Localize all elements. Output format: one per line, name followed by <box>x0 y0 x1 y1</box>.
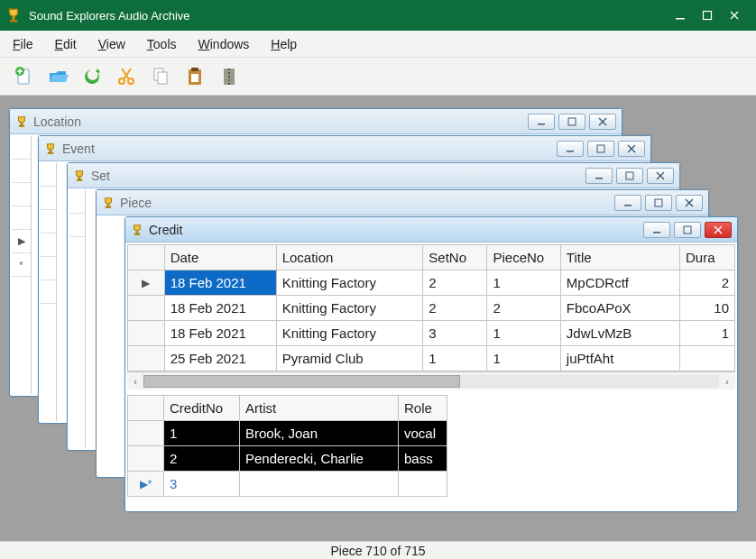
cell-artist[interactable] <box>240 472 399 497</box>
cell-date[interactable]: 25 Feb 2021 <box>164 346 276 371</box>
cell-setno[interactable]: 2 <box>423 296 487 321</box>
col-role[interactable]: Role <box>399 396 447 421</box>
scroll-right-icon[interactable]: › <box>719 373 735 389</box>
table-row[interactable]: 18 Feb 2021 Knitting Factory 3 1 JdwLvMz… <box>128 321 735 346</box>
scroll-left-icon[interactable]: ‹ <box>127 373 143 389</box>
mdi-window-credit[interactable]: Credit Date Location SetNo PieceNo <box>124 216 738 512</box>
col-artist[interactable]: Artist <box>240 396 399 421</box>
mdi-maximize-button[interactable] <box>616 168 643 184</box>
mdi-minimize-button[interactable] <box>643 222 670 238</box>
table-row[interactable]: 25 Feb 2021 Pyramid Club 1 1 juPtfAht <box>128 346 735 371</box>
mdi-close-button[interactable] <box>705 222 732 238</box>
trophy-icon <box>102 197 115 209</box>
cell-title[interactable]: FbcoAPoX <box>560 296 679 321</box>
mdi-minimize-button[interactable] <box>614 195 641 211</box>
pieces-grid[interactable]: Date Location SetNo PieceNo Title Dura ▶… <box>127 244 735 371</box>
mdi-maximize-button[interactable] <box>645 195 672 211</box>
cell-pieceno[interactable]: 1 <box>487 346 560 371</box>
cell-date[interactable]: 18 Feb 2021 <box>164 296 276 321</box>
cell-artist[interactable]: Penderecki, Charlie <box>240 446 399 472</box>
svg-rect-15 <box>597 145 604 152</box>
cell-role[interactable] <box>399 472 447 497</box>
mdi-title-event: Event <box>62 142 551 156</box>
cell-artist[interactable]: Brook, Joan <box>240 421 399 446</box>
col-title[interactable]: Title <box>560 245 679 270</box>
menu-tools[interactable]: Tools <box>147 37 177 51</box>
svg-rect-19 <box>655 199 662 206</box>
mdi-maximize-button[interactable] <box>558 114 585 130</box>
svg-rect-9 <box>191 68 198 71</box>
zip-icon[interactable] <box>217 64 242 89</box>
cell-setno[interactable]: 3 <box>423 321 487 346</box>
table-row[interactable]: 2 Penderecki, Charlie bass <box>128 446 447 472</box>
cell-location[interactable]: Knitting Factory <box>276 321 423 346</box>
mdi-minimize-button[interactable] <box>585 168 613 184</box>
mdi-maximize-button[interactable] <box>674 222 701 238</box>
menu-view[interactable]: View <box>98 37 125 51</box>
window-maximize-button[interactable] <box>702 10 713 21</box>
table-row[interactable]: 1 Brook, Joan vocal <box>128 421 447 446</box>
cell-creditno[interactable]: 1 <box>164 421 240 446</box>
cell-location[interactable]: Pyramid Club <box>276 346 423 371</box>
cell-duration[interactable]: 2 <box>679 270 734 296</box>
cell-date[interactable]: 18 Feb 2021 <box>164 321 276 346</box>
mdi-minimize-button[interactable] <box>557 141 584 157</box>
col-location[interactable]: Location <box>276 245 423 270</box>
svg-rect-13 <box>568 118 576 125</box>
trophy-icon <box>44 142 57 155</box>
table-row[interactable]: ▶ 18 Feb 2021 Knitting Factory 2 1 MpCDR… <box>128 270 735 296</box>
svg-rect-14 <box>567 151 574 152</box>
new-icon[interactable] <box>11 64 36 89</box>
horizontal-scrollbar[interactable]: ‹ › <box>127 371 735 389</box>
cell-role[interactable]: bass <box>399 446 447 472</box>
status-text: Piece 710 of 715 <box>330 544 425 558</box>
cell-pieceno[interactable]: 1 <box>487 321 560 346</box>
cell-duration[interactable]: 10 <box>679 296 734 321</box>
cell-creditno[interactable]: 3 <box>164 472 240 497</box>
toolbar <box>0 58 756 96</box>
svg-rect-1 <box>704 12 712 20</box>
window-minimize-button[interactable] <box>675 10 686 21</box>
cell-setno[interactable]: 2 <box>423 270 487 296</box>
cell-location[interactable]: Knitting Factory <box>276 270 423 296</box>
table-row-new[interactable]: ▶* 3 <box>128 472 447 497</box>
cell-setno[interactable]: 1 <box>423 346 487 371</box>
svg-rect-7 <box>158 72 167 84</box>
menu-windows[interactable]: Windows <box>198 37 250 51</box>
refresh-icon[interactable] <box>79 64 105 89</box>
cell-pieceno[interactable]: 1 <box>487 270 560 296</box>
credits-grid[interactable]: CreditNo Artist Role 1 Brook, Joan vocal… <box>127 395 447 497</box>
mdi-close-button[interactable] <box>676 195 703 211</box>
window-close-button[interactable] <box>729 10 740 21</box>
col-setno[interactable]: SetNo <box>423 245 487 270</box>
open-icon[interactable] <box>45 64 70 89</box>
paste-icon[interactable] <box>182 64 207 89</box>
cell-title[interactable]: JdwLvMzB <box>560 321 679 346</box>
copy-icon[interactable] <box>148 64 173 89</box>
col-date[interactable]: Date <box>164 245 276 270</box>
cell-pieceno[interactable]: 2 <box>487 296 560 321</box>
cell-location[interactable]: Knitting Factory <box>276 296 423 321</box>
mdi-close-button[interactable] <box>589 114 616 130</box>
mdi-close-button[interactable] <box>618 141 645 157</box>
cell-date[interactable]: 18 Feb 2021 <box>164 270 276 296</box>
menu-help[interactable]: Help <box>271 37 297 51</box>
menu-file[interactable]: File <box>13 37 33 51</box>
menu-edit[interactable]: Edit <box>55 37 77 51</box>
cell-title[interactable]: MpCDRctf <box>560 270 679 296</box>
cell-creditno[interactable]: 2 <box>164 446 240 472</box>
cell-duration[interactable] <box>679 346 734 371</box>
cut-icon[interactable] <box>114 64 139 89</box>
mdi-maximize-button[interactable] <box>587 141 614 157</box>
cell-role[interactable]: vocal <box>399 421 447 446</box>
mdi-title-piece: Piece <box>120 196 609 210</box>
col-creditno[interactable]: CreditNo <box>164 396 240 421</box>
cell-title[interactable]: juPtfAht <box>560 346 679 371</box>
col-duration[interactable]: Dura <box>679 245 734 270</box>
col-pieceno[interactable]: PieceNo <box>487 245 560 270</box>
mdi-close-button[interactable] <box>647 168 674 184</box>
mdi-minimize-button[interactable] <box>528 114 555 130</box>
cell-duration[interactable]: 1 <box>679 321 734 346</box>
table-row[interactable]: 18 Feb 2021 Knitting Factory 2 2 FbcoAPo… <box>128 296 735 321</box>
mdi-area: Location ▶* Event Set <box>0 96 756 541</box>
